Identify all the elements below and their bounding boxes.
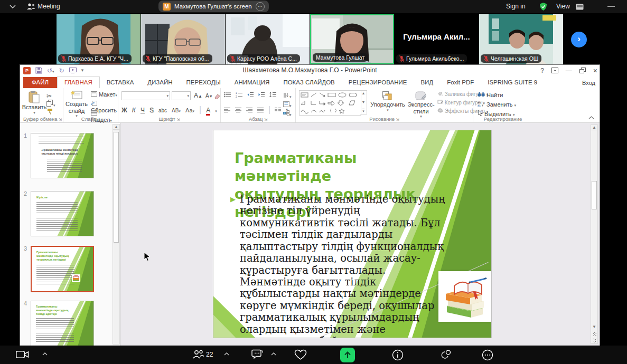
svg-text:ac: ac bbox=[478, 104, 481, 107]
slide-thumbnail-1[interactable]: «Грамматиканы мәнмәтінде оқытудың тиімді… bbox=[31, 133, 94, 178]
share-screen-button[interactable] bbox=[340, 348, 355, 362]
paste-button[interactable]: Вставить▾ bbox=[24, 90, 44, 115]
pill-more-button[interactable]: ⋯ bbox=[256, 2, 265, 11]
decrease-font-button[interactable]: А▼ bbox=[205, 93, 213, 99]
meeting-menu[interactable]: Meeting bbox=[38, 0, 60, 13]
columns-icon[interactable] bbox=[275, 107, 282, 113]
video-options-chevron[interactable] bbox=[42, 352, 48, 356]
scroll-up-arrow[interactable]: ▲ bbox=[591, 125, 597, 130]
minimize-button[interactable]: — bbox=[566, 67, 572, 74]
participants-options-chevron[interactable] bbox=[224, 352, 229, 356]
find-button[interactable]: Найти bbox=[478, 91, 503, 98]
chat-options-chevron[interactable] bbox=[271, 352, 276, 356]
strikethrough-button[interactable]: abc bbox=[158, 108, 167, 113]
slide-thumbnail-4[interactable]: Грамматиканы мәнмәтінде оқытудың тиімді … bbox=[31, 301, 94, 346]
numbering-icon[interactable]: 12 bbox=[236, 92, 243, 98]
line-spacing-icon[interactable] bbox=[269, 92, 277, 98]
next-videos-button[interactable]: › bbox=[571, 32, 587, 47]
tab-ispring[interactable]: ISPRING SUITE 9 bbox=[481, 77, 544, 88]
restore-button[interactable] bbox=[579, 68, 586, 73]
decrease-indent-icon[interactable] bbox=[247, 92, 254, 98]
dialog-launcher[interactable]: ⇲ bbox=[59, 118, 62, 121]
slide-scrollbar[interactable]: ▲ ▼ bbox=[591, 124, 598, 344]
align-text-button[interactable]: ▾ bbox=[283, 100, 292, 109]
change-case-button[interactable]: Аа▾ bbox=[185, 107, 194, 113]
previous-slide-button[interactable] bbox=[593, 332, 597, 337]
text-direction-button[interactable]: ▾ bbox=[283, 91, 292, 100]
scroll-up-arrow[interactable]: ▲ bbox=[113, 124, 119, 130]
participant-tile-6[interactable]: Челгашинская ОШ bbox=[479, 14, 563, 64]
align-left-icon[interactable] bbox=[224, 107, 231, 113]
align-right-icon[interactable] bbox=[246, 107, 253, 113]
help-button[interactable]: ? bbox=[540, 67, 544, 74]
tab-transitions[interactable]: ПЕРЕХОДЫ bbox=[180, 77, 228, 88]
text-shadow-button[interactable]: S bbox=[149, 107, 154, 114]
tab-design[interactable]: ДИЗАЙН bbox=[141, 77, 179, 88]
font-size-combo[interactable]: ▾ bbox=[172, 91, 191, 100]
participant-tile-1[interactable]: Пархаева Е.А. КГУ "Ч... bbox=[57, 14, 141, 64]
video-camera-button[interactable] bbox=[16, 350, 29, 359]
slide-canvas[interactable]: Грамматиканы мәнмәтінде оқытудың теориял… bbox=[213, 130, 491, 338]
align-center-icon[interactable] bbox=[235, 107, 242, 113]
sign-in-button[interactable]: Sign in bbox=[506, 0, 526, 13]
dialog-launcher[interactable]: ⇲ bbox=[396, 118, 399, 121]
collapse-ribbon-button[interactable] bbox=[588, 116, 594, 119]
dialog-launcher[interactable]: ⇲ bbox=[264, 118, 267, 121]
font-name-combo[interactable]: ▾ bbox=[121, 91, 170, 100]
more-button[interactable] bbox=[482, 349, 493, 361]
account-sign-in[interactable]: Вход bbox=[582, 80, 595, 86]
participant-tile-3[interactable]: Карасу РОО Алёна С... bbox=[226, 14, 310, 64]
character-spacing-button[interactable]: АВ▾ bbox=[172, 108, 181, 113]
shapes-scroll[interactable]: ▲▼▾ bbox=[360, 90, 367, 114]
participant-tile-5[interactable]: Гульмира Акил... Гульмира Акильбеко... bbox=[395, 14, 479, 64]
tab-insert[interactable]: ВСТАВКА bbox=[100, 77, 141, 88]
scroll-down-arrow[interactable]: ▼ bbox=[591, 324, 597, 329]
info-button[interactable] bbox=[392, 349, 404, 361]
justify-icon[interactable] bbox=[257, 107, 264, 113]
font-color-button[interactable]: А bbox=[206, 107, 210, 116]
bold-button[interactable]: Ж bbox=[121, 107, 127, 114]
font-color-dropdown[interactable]: ▾ bbox=[215, 109, 217, 113]
scrollbar-thumb[interactable] bbox=[114, 132, 119, 243]
underline-button[interactable]: Ч bbox=[141, 107, 145, 114]
tab-review[interactable]: РЕЦЕНЗИРОВАНИЕ bbox=[342, 77, 414, 88]
italic-button[interactable]: К bbox=[132, 107, 136, 114]
participant-tile-2[interactable]: КГУ "Павловская об... bbox=[141, 14, 225, 64]
participants-button[interactable] bbox=[192, 350, 204, 359]
minimize-button[interactable] bbox=[607, 6, 615, 7]
bullets-icon[interactable] bbox=[224, 92, 231, 98]
view-button[interactable]: View bbox=[556, 0, 570, 13]
layout-button[interactable]: Макет▾ bbox=[91, 91, 117, 98]
tab-home[interactable]: ГЛАВНАЯ bbox=[57, 76, 100, 88]
new-slide-button[interactable]: Создать слайд▾ bbox=[64, 90, 89, 118]
slide-body-textbox[interactable]: ▶ Грамматиканы мәнмәтінде оқытудың негіз… bbox=[230, 194, 451, 338]
shapes-gallery[interactable] bbox=[299, 90, 361, 116]
slide-thumbnail-3-selected[interactable]: Грамматиканы мәнмәтінде оқытудың теориял… bbox=[31, 246, 94, 292]
apps-button[interactable] bbox=[440, 350, 452, 360]
chevron-down-icon[interactable] bbox=[10, 5, 16, 8]
replace-button[interactable]: abac Заменить ▾ bbox=[478, 101, 516, 108]
meeting-people-icon bbox=[26, 3, 35, 11]
slide-thumbnail-2[interactable]: Кіріспе bbox=[31, 191, 94, 236]
reactions-heart-button[interactable] bbox=[294, 349, 307, 360]
participant-tile-4-active-speaker[interactable]: Махмутова Гулшат bbox=[310, 14, 394, 64]
dialog-launcher[interactable]: ⇲ bbox=[177, 118, 180, 121]
tab-slideshow[interactable]: ПОКАЗ СЛАЙДОВ bbox=[276, 77, 341, 88]
chat-button[interactable] bbox=[251, 349, 263, 360]
tab-file[interactable]: ФАЙЛ bbox=[23, 77, 57, 88]
close-button[interactable]: × bbox=[593, 66, 597, 75]
participant-name: Махмутова Гулшат bbox=[316, 54, 364, 61]
next-slide-button[interactable] bbox=[593, 338, 597, 343]
increase-font-button[interactable]: А▲ bbox=[194, 92, 202, 99]
quick-styles-button[interactable]: Экспресс-стили▾ bbox=[406, 91, 436, 119]
arrange-button[interactable]: Упорядочить▾ bbox=[371, 91, 405, 112]
shield-check-icon[interactable] bbox=[539, 2, 548, 11]
clear-formatting-button[interactable] bbox=[214, 92, 220, 101]
increase-indent-icon[interactable] bbox=[258, 92, 265, 98]
scrollbar-thumb[interactable] bbox=[592, 181, 597, 209]
tab-foxit-pdf[interactable]: Foxit PDF bbox=[440, 77, 481, 88]
tab-view[interactable]: ВИД bbox=[414, 77, 440, 88]
ribbon-display-options-button[interactable] bbox=[551, 68, 558, 73]
thumbnail-scrollbar[interactable]: ▲ bbox=[113, 124, 120, 344]
tab-animations[interactable]: АНИМАЦИЯ bbox=[228, 77, 277, 88]
